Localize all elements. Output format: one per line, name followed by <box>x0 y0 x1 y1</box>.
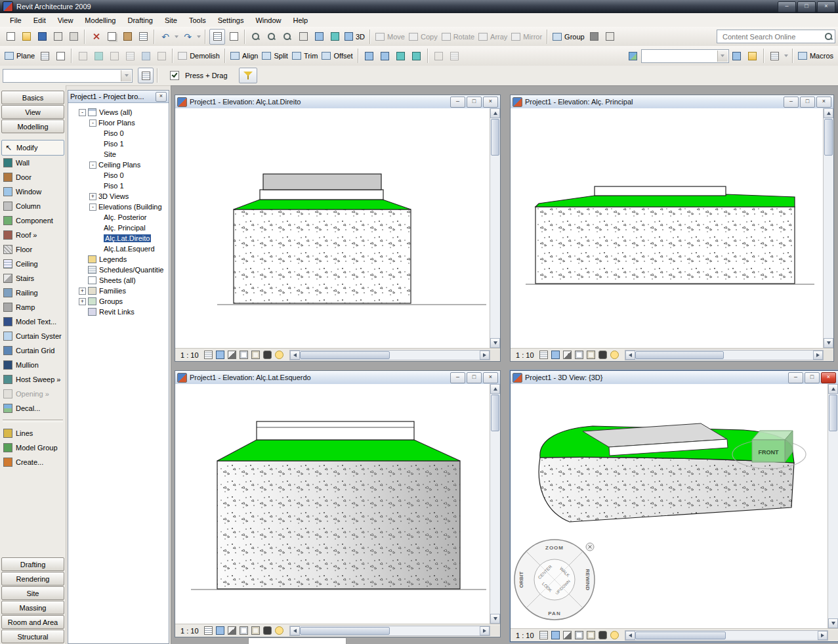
press-drag-checkbox[interactable]: Press + Drag <box>170 71 228 80</box>
expand-icon[interactable]: + <box>79 298 86 305</box>
tool-floor[interactable]: Floor <box>0 242 64 257</box>
context-help-icon[interactable] <box>226 30 241 44</box>
view-restore-button[interactable]: □ <box>805 372 820 383</box>
drawing-canvas[interactable] <box>175 384 490 624</box>
view-minimize-button[interactable]: – <box>788 372 803 383</box>
horizontal-scrollbar[interactable] <box>289 350 490 360</box>
crop-view-icon[interactable] <box>575 631 583 639</box>
tool-ramp[interactable]: Ramp <box>0 300 64 314</box>
collapse-icon[interactable]: - <box>89 161 96 169</box>
split-button[interactable]: Split <box>262 52 287 60</box>
trim-button[interactable]: Trim <box>292 52 318 60</box>
vertical-scrollbar[interactable] <box>823 108 833 348</box>
tab-site[interactable]: Site <box>1 586 64 600</box>
tool-wall[interactable]: Wall <box>0 156 64 170</box>
scale-control[interactable]: 1 : 10 <box>516 632 534 639</box>
tool-host-sweep[interactable]: Host Sweep » <box>0 372 64 387</box>
tree-legends[interactable]: Legends <box>70 254 167 265</box>
browser-titlebar[interactable]: Project1 - Project bro... × <box>68 91 169 103</box>
view-titlebar[interactable]: Project1 - Elevation: Alç.Lat.Direito – … <box>175 95 500 109</box>
tree-floor-piso0[interactable]: Piso 0 <box>70 128 167 139</box>
print-icon[interactable] <box>66 30 81 44</box>
tool-column[interactable]: Column <box>0 199 64 213</box>
chevron-down-icon[interactable] <box>717 51 728 62</box>
tree-alc-lat-direito[interactable]: Alç.Lat.Direito <box>70 233 167 244</box>
join-geometry-icon[interactable] <box>138 49 153 63</box>
cut-profile-icon[interactable] <box>378 49 392 63</box>
tab-room-and-area[interactable]: Room and Area <box>1 615 64 629</box>
scroll-left-icon[interactable] <box>290 351 300 360</box>
reveal-hidden-icon[interactable] <box>275 351 283 359</box>
search-input[interactable] <box>721 32 825 41</box>
tool-create[interactable]: Create... <box>0 455 64 469</box>
tree-floor-plans[interactable]: - Floor Plans <box>70 118 167 128</box>
scrollbar-thumb[interactable] <box>491 395 499 431</box>
plane-button[interactable]: Plane <box>5 52 35 60</box>
scroll-left-icon[interactable] <box>290 626 300 635</box>
vertical-scrollbar[interactable] <box>490 108 500 348</box>
tool-model-group[interactable]: Model Group <box>0 440 64 455</box>
resize-corner[interactable] <box>490 350 500 360</box>
demolish-button[interactable]: Demolish <box>178 52 220 60</box>
scrollbar-thumb[interactable] <box>300 351 390 359</box>
collapse-icon[interactable]: - <box>89 119 96 127</box>
menu-site[interactable]: Site <box>159 14 183 26</box>
tool-mullion[interactable]: Mullion <box>0 358 64 372</box>
menu-drafting[interactable]: Drafting <box>121 14 159 26</box>
worksets-icon[interactable] <box>768 49 782 63</box>
array-button[interactable]: Array <box>478 33 507 41</box>
scroll-down-icon[interactable] <box>828 618 838 628</box>
align-button[interactable]: Align <box>230 52 258 60</box>
tool-roof[interactable]: Roof » <box>0 228 64 242</box>
tree-ceiling-piso0[interactable]: Piso 0 <box>70 170 167 181</box>
reveal-hidden-icon[interactable] <box>275 626 283 635</box>
scale-control[interactable]: 1 : 10 <box>516 351 534 359</box>
temporary-hide-icon[interactable] <box>598 631 607 639</box>
wheel-pan-label[interactable]: PAN <box>548 611 560 616</box>
scrollbar-thumb[interactable] <box>635 632 726 639</box>
render-preset-select[interactable] <box>641 49 729 63</box>
reveal-hidden-icon[interactable] <box>610 631 619 639</box>
shadows-icon[interactable] <box>228 351 236 359</box>
scroll-down-icon[interactable] <box>490 338 500 348</box>
wheel-zoom-label[interactable]: ZOOM <box>545 545 564 551</box>
edit-tool-icon[interactable] <box>432 49 446 63</box>
shadows-icon[interactable] <box>563 631 572 639</box>
show-crop-icon[interactable] <box>587 631 595 639</box>
crop-view-icon[interactable] <box>240 626 248 635</box>
menu-edit[interactable]: Edit <box>28 14 52 26</box>
crop-view-icon[interactable] <box>575 351 583 359</box>
wheel-orbit-label[interactable]: ORBIT <box>518 571 524 588</box>
menu-window[interactable]: Window <box>249 14 287 26</box>
tree-views-all[interactable]: - Views (all) <box>70 107 167 118</box>
copy-button[interactable]: Copy <box>409 33 438 41</box>
tab-massing[interactable]: Massing <box>1 601 64 614</box>
scroll-right-icon[interactable] <box>818 631 828 640</box>
scale-control[interactable]: 1 : 10 <box>180 627 199 635</box>
model-graphics-icon[interactable] <box>216 626 224 635</box>
tab-rendering[interactable]: Rendering <box>1 572 64 586</box>
render-region-icon[interactable] <box>626 49 640 63</box>
zoom-fit-icon[interactable] <box>280 30 295 44</box>
sun-settings-icon[interactable] <box>745 49 760 63</box>
view-titlebar[interactable]: Project1 - 3D View: {3D} – □ × <box>511 371 838 385</box>
scrollbar-thumb[interactable] <box>829 395 837 431</box>
temporary-hide-icon[interactable] <box>263 626 272 635</box>
drawing-canvas[interactable] <box>175 108 490 348</box>
expand-icon[interactable]: + <box>89 193 96 200</box>
tool-modify[interactable]: ↖ Modify <box>1 140 64 156</box>
checkbox-icon[interactable] <box>170 71 179 80</box>
save-icon[interactable] <box>35 30 49 44</box>
view-close-button[interactable]: × <box>816 97 831 108</box>
linework-icon[interactable] <box>75 49 90 63</box>
view-restore-button[interactable]: □ <box>467 372 482 383</box>
horizontal-scrollbar[interactable] <box>625 630 828 641</box>
view-close-button[interactable]: × <box>821 372 836 383</box>
temporary-hide-icon[interactable] <box>598 351 607 359</box>
measure-icon[interactable] <box>448 49 462 63</box>
undo-dropdown-icon[interactable] <box>175 35 178 38</box>
model-graphics-icon[interactable] <box>216 351 224 359</box>
tab-drafting[interactable]: Drafting <box>1 557 64 571</box>
scroll-right-icon[interactable] <box>813 351 823 360</box>
tab-view[interactable]: View <box>1 105 64 119</box>
